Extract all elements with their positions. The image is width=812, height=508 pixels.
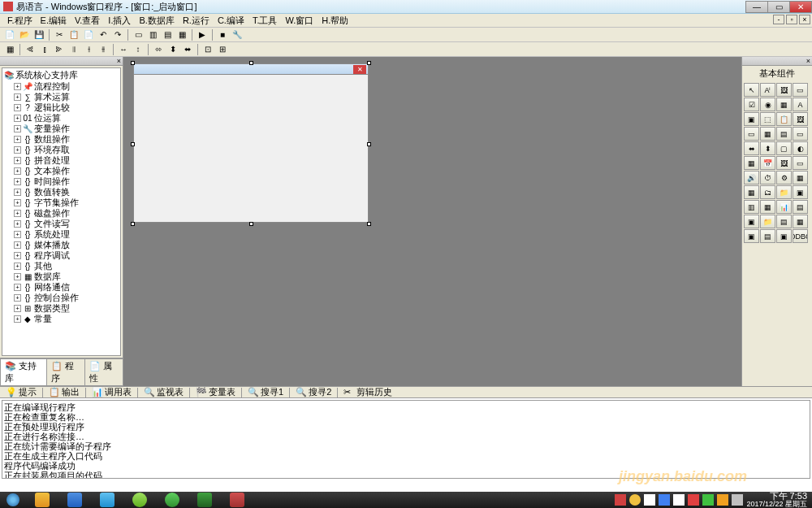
- tree-node[interactable]: +{}环境存取: [14, 145, 119, 155]
- taskbar-item[interactable]: [221, 492, 253, 508]
- tray-icon[interactable]: [659, 494, 670, 506]
- tab-vartable[interactable]: 变量表: [206, 386, 238, 398]
- tab-search2[interactable]: 搜寻2: [306, 386, 334, 398]
- center-v-button[interactable]: ⊞: [216, 43, 229, 56]
- palette-component[interactable]: ▤: [793, 200, 808, 214]
- tray-icon[interactable]: [717, 494, 728, 506]
- tab-calltable[interactable]: 调用表: [102, 386, 134, 398]
- new-button[interactable]: 📄: [3, 28, 16, 41]
- palette-component[interactable]: ⚙: [776, 171, 792, 185]
- menu-insert[interactable]: I.插入: [104, 15, 135, 27]
- palette-component[interactable]: 📁: [760, 215, 775, 228]
- palette-component[interactable]: ODBC: [793, 229, 808, 243]
- palette-component[interactable]: ▦: [760, 200, 775, 214]
- mdi-minimize-button[interactable]: -: [773, 15, 784, 24]
- close-panel-icon[interactable]: ×: [117, 57, 121, 65]
- hspace-button[interactable]: ↔: [117, 43, 130, 56]
- tab-program[interactable]: 📋 程序: [46, 358, 85, 386]
- menu-view[interactable]: V.查看: [71, 15, 104, 27]
- save-button[interactable]: 💾: [32, 28, 45, 41]
- tree-root[interactable]: 系统核心支持库: [15, 70, 78, 80]
- palette-component[interactable]: ◐: [793, 141, 808, 155]
- align-bottom-button[interactable]: ⫵: [97, 43, 110, 56]
- tray-icon[interactable]: [615, 494, 626, 506]
- tab-search1[interactable]: 搜寻1: [258, 386, 286, 398]
- resize-handle[interactable]: [131, 61, 135, 65]
- layout1-button[interactable]: ▭: [132, 28, 145, 41]
- palette-component[interactable]: ▭: [793, 127, 808, 141]
- tree-node[interactable]: +?逻辑比较: [14, 102, 119, 113]
- palette-component[interactable]: ▦: [744, 156, 759, 170]
- menu-run[interactable]: R.运行: [179, 15, 214, 27]
- palette-component[interactable]: ▣: [744, 112, 759, 126]
- tab-output[interactable]: 输出: [59, 386, 82, 398]
- library-tree[interactable]: 📚系统核心支持库 +📌流程控制+∑算术运算+?逻辑比较+01位运算+🔧变量操作+…: [2, 67, 121, 356]
- menu-compile[interactable]: C.编译: [214, 15, 248, 27]
- open-button[interactable]: 📂: [18, 28, 31, 41]
- tree-node[interactable]: +⊞数据类型: [14, 303, 119, 314]
- tree-node[interactable]: +{}网络通信: [14, 282, 119, 293]
- palette-component[interactable]: ▤: [776, 127, 792, 141]
- taskbar-item[interactable]: [188, 492, 221, 508]
- palette-component[interactable]: ▤: [760, 229, 775, 243]
- palette-component[interactable]: ▣: [744, 215, 759, 228]
- tree-node[interactable]: +{}程序调试: [14, 250, 119, 261]
- vspace-button[interactable]: ↕: [132, 43, 145, 56]
- form-designer[interactable]: ✕: [123, 57, 741, 386]
- palette-component[interactable]: ▭: [793, 83, 808, 97]
- system-tray[interactable]: 下午 7:53 2017/12/22 星期五: [615, 492, 812, 508]
- tray-icon[interactable]: [629, 494, 641, 506]
- tab-property[interactable]: 📄 属性: [84, 358, 123, 386]
- palette-component[interactable]: 📁: [776, 185, 792, 199]
- palette-component[interactable]: A: [793, 98, 808, 111]
- stop-button[interactable]: ■: [216, 28, 229, 41]
- palette-component[interactable]: ▢: [776, 141, 792, 155]
- grid-button[interactable]: ▦: [3, 43, 16, 56]
- tree-node[interactable]: +{}数值转换: [14, 187, 119, 198]
- copy-button[interactable]: 📋: [67, 28, 80, 41]
- mdi-close-button[interactable]: ×: [799, 15, 810, 24]
- start-button[interactable]: [0, 492, 26, 508]
- same-size-button[interactable]: ⬌: [181, 43, 194, 56]
- resize-handle[interactable]: [131, 142, 135, 146]
- taskbar-item[interactable]: [26, 492, 58, 508]
- maximize-button[interactable]: ▭: [767, 1, 790, 13]
- tab-tips[interactable]: 提示: [16, 386, 39, 398]
- palette-component[interactable]: ▣: [776, 229, 792, 243]
- tree-node[interactable]: +{}控制台操作: [14, 293, 119, 303]
- resize-handle[interactable]: [367, 142, 371, 146]
- palette-component[interactable]: ▦: [793, 171, 808, 185]
- palette-component[interactable]: ▦: [760, 127, 775, 141]
- tab-library[interactable]: 📚 支持库: [0, 358, 47, 386]
- palette-component[interactable]: ⬌: [744, 141, 759, 155]
- palette-component[interactable]: ▥: [744, 200, 759, 214]
- palette-component[interactable]: 📅: [760, 156, 775, 170]
- center-h-button[interactable]: ⊡: [201, 43, 214, 56]
- palette-component[interactable]: ▣: [744, 229, 759, 243]
- palette-component[interactable]: ▦: [793, 215, 808, 228]
- palette-component[interactable]: 🖼: [793, 112, 808, 126]
- palette-component[interactable]: ⬚: [760, 112, 775, 126]
- palette-component[interactable]: ▭: [793, 156, 808, 170]
- tree-node[interactable]: +{}磁盘操作: [14, 208, 119, 219]
- tree-node[interactable]: +{}拼音处理: [14, 155, 119, 166]
- tree-node[interactable]: +01位运算: [14, 113, 119, 124]
- resize-handle[interactable]: [367, 61, 371, 65]
- taskbar-item[interactable]: [123, 492, 156, 508]
- align-top-button[interactable]: ⫴: [67, 43, 80, 56]
- run-button[interactable]: ▶: [196, 28, 209, 41]
- same-height-button[interactable]: ⬍: [166, 43, 179, 56]
- minimize-button[interactable]: —: [745, 1, 768, 13]
- tab-watch[interactable]: 监视表: [154, 386, 186, 398]
- close-panel-icon[interactable]: ×: [806, 57, 810, 65]
- tab-cliphistory[interactable]: 剪辑历史: [354, 386, 395, 398]
- palette-component[interactable]: ☑: [744, 98, 759, 111]
- tree-node[interactable]: +🔧变量操作: [14, 124, 119, 134]
- menu-edit[interactable]: E.编辑: [37, 15, 71, 27]
- tree-node[interactable]: +∑算术运算: [14, 92, 119, 102]
- resize-handle[interactable]: [249, 61, 253, 65]
- design-window-body[interactable]: [133, 75, 369, 223]
- tree-node[interactable]: +📌流程控制: [14, 81, 119, 92]
- palette-component[interactable]: 🗂: [760, 185, 775, 199]
- resize-handle[interactable]: [249, 222, 253, 226]
